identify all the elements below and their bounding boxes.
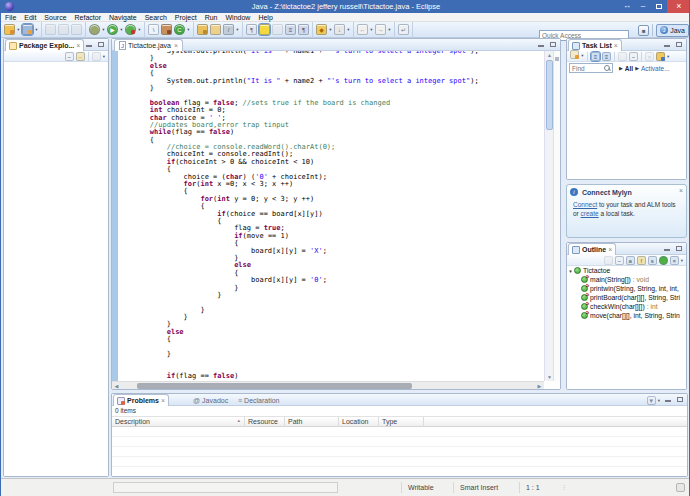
tab-outline[interactable]: Outline × xyxy=(568,243,616,255)
new-package-icon[interactable] xyxy=(161,24,172,35)
view-menu-icon[interactable]: ▾ xyxy=(681,258,683,263)
back-icon[interactable]: ← xyxy=(357,24,368,35)
package-explorer-body[interactable] xyxy=(4,62,108,476)
new-java-project-icon[interactable] xyxy=(22,24,33,35)
mylyn-icon[interactable] xyxy=(656,52,665,61)
resize-icon[interactable]: ↔ xyxy=(619,0,635,13)
close-icon[interactable]: × xyxy=(76,41,80,51)
code-text[interactable]: System.out.println("it is " + name1 + "'… xyxy=(133,51,543,381)
deactivate-task-icon[interactable]: × xyxy=(645,52,654,61)
link-with-editor-icon[interactable]: ↔ xyxy=(76,52,85,61)
focus-on-workweek-icon[interactable] xyxy=(618,52,627,61)
menu-item-refactor[interactable]: Refactor xyxy=(71,13,105,22)
show-categorized-icon[interactable]: ≡ xyxy=(591,52,600,61)
minimize-view-icon[interactable] xyxy=(663,396,673,404)
sort-icon[interactable]: a xyxy=(626,256,635,265)
external-tools-dropdown-icon[interactable]: ▾ xyxy=(137,24,142,36)
filter-all-link[interactable]: All xyxy=(625,65,633,72)
close-icon[interactable]: × xyxy=(174,41,178,51)
java-perspective-button[interactable]: J Java xyxy=(656,24,689,37)
horizontal-scrollbar[interactable]: ◀ ▶ xyxy=(112,381,544,389)
collapse-all-icon[interactable]: − xyxy=(615,256,624,265)
activate-link[interactable]: Activate... xyxy=(641,65,670,72)
menu-item-project[interactable]: Project xyxy=(171,13,201,22)
outline-method-item[interactable]: SprintBoard(char[][], String, Stri xyxy=(567,293,686,302)
menu-item-help[interactable]: Help xyxy=(254,13,276,22)
print-icon[interactable] xyxy=(71,24,82,35)
next-annotation-icon[interactable]: ↓ xyxy=(334,24,345,35)
run-icon[interactable]: ▶ xyxy=(107,24,118,35)
block-selection-icon[interactable]: ≡ xyxy=(285,24,296,35)
tab-package-explorer[interactable]: Package Explo... × xyxy=(5,39,84,51)
close-icon[interactable]: × xyxy=(614,41,618,51)
outline-class-item[interactable]: ▾Tictactoe xyxy=(567,266,686,275)
new-task-dropdown-icon[interactable]: ▾ xyxy=(580,50,585,62)
maximize-view-icon[interactable] xyxy=(675,396,685,404)
forward-icon[interactable]: → xyxy=(375,24,386,35)
maximize-view-icon[interactable] xyxy=(548,41,558,49)
new-class-dropdown-icon[interactable]: ▾ xyxy=(186,24,191,36)
minimize-view-icon[interactable] xyxy=(662,41,672,49)
close-icon[interactable]: × xyxy=(679,187,683,194)
close-icon[interactable]: × xyxy=(608,245,612,255)
search-dropdown-icon[interactable]: ▾ xyxy=(235,24,240,36)
outline-method-item[interactable]: Sprintwin(String, String, int, int, xyxy=(567,284,686,293)
vertical-scrollbar[interactable]: ▲ ▼ xyxy=(544,51,553,381)
view-menu-icon[interactable]: ▾ xyxy=(103,54,105,59)
problems-table-body[interactable] xyxy=(112,427,687,476)
menu-item-file[interactable]: File xyxy=(1,13,20,22)
tab-problems[interactable]: Problems × xyxy=(113,394,169,406)
show-scheduled-icon[interactable]: ≡ xyxy=(602,52,611,61)
code-editor[interactable]: System.out.println("it is " + name1 + "'… xyxy=(112,51,560,389)
menu-item-navigate[interactable]: Navigate xyxy=(105,13,141,22)
close-button[interactable]: × xyxy=(667,0,690,13)
open-resource-icon[interactable] xyxy=(210,24,221,35)
overview-ruler[interactable] xyxy=(553,51,560,381)
maximize-view-icon[interactable] xyxy=(96,41,106,49)
vertical-scroll-thumb[interactable] xyxy=(546,60,553,130)
hide-local-types-icon[interactable]: × xyxy=(670,256,679,265)
focus-icon[interactable] xyxy=(92,52,101,61)
outline-method-item[interactable]: ScheckWin(char[][]) : int xyxy=(567,302,686,311)
new-task-icon[interactable] xyxy=(570,50,579,59)
save-icon[interactable] xyxy=(45,24,56,35)
maximize-view-icon[interactable] xyxy=(674,41,684,49)
debug-icon[interactable] xyxy=(89,24,100,35)
view-menu-icon[interactable]: ▾ xyxy=(667,54,669,59)
minimize-view-icon[interactable] xyxy=(84,41,94,49)
focus-active-task-icon[interactable] xyxy=(604,256,613,265)
hide-non-public-icon[interactable] xyxy=(659,256,668,265)
search-icon[interactable]: / xyxy=(223,24,234,35)
menu-item-window[interactable]: Window xyxy=(221,13,254,22)
connect-link[interactable]: Connect xyxy=(573,201,597,208)
minimize-view-icon[interactable] xyxy=(536,41,546,49)
new-wizard-icon[interactable] xyxy=(4,24,15,35)
filter-icon[interactable]: ▼ xyxy=(647,396,656,405)
new-task-icon[interactable]: \ xyxy=(148,24,159,35)
word-wrap-icon[interactable]: ¶ xyxy=(298,24,309,35)
save-all-icon[interactable] xyxy=(58,24,69,35)
scroll-left-icon[interactable]: ◀ xyxy=(112,382,121,389)
next-annotation-dropdown-icon[interactable]: ▾ xyxy=(346,24,351,36)
hide-static-icon[interactable]: s xyxy=(648,256,657,265)
new-class-icon[interactable]: C xyxy=(174,24,185,35)
tab-declaration[interactable]: ≡ Declaration xyxy=(235,394,285,406)
tab-javadoc[interactable]: @ Javadoc xyxy=(190,394,233,406)
last-edit-location-icon[interactable]: ↵ xyxy=(398,24,409,35)
minimize-button[interactable]: – xyxy=(635,0,651,13)
menu-item-run[interactable]: Run xyxy=(201,13,222,22)
mark-occurrences-icon[interactable]: ¶ xyxy=(246,24,257,35)
menu-item-source[interactable]: Source xyxy=(40,13,70,22)
highlighter-icon[interactable] xyxy=(259,24,270,35)
open-perspective-icon[interactable]: ■ xyxy=(638,25,649,36)
create-link[interactable]: create xyxy=(581,210,599,217)
external-tools-icon[interactable] xyxy=(125,24,136,35)
collapse-all-icon[interactable]: − xyxy=(629,52,638,61)
horizontal-scroll-thumb[interactable] xyxy=(137,383,412,389)
open-type-icon[interactable] xyxy=(197,24,208,35)
menu-item-edit[interactable]: Edit xyxy=(20,13,40,22)
menu-item-search[interactable]: Search xyxy=(141,13,171,22)
outline-method-item[interactable]: Smove(char[][], int, String, Strin xyxy=(567,311,686,320)
annotations-icon[interactable]: ◆ xyxy=(316,24,327,35)
hide-fields-icon[interactable]: f xyxy=(637,256,646,265)
